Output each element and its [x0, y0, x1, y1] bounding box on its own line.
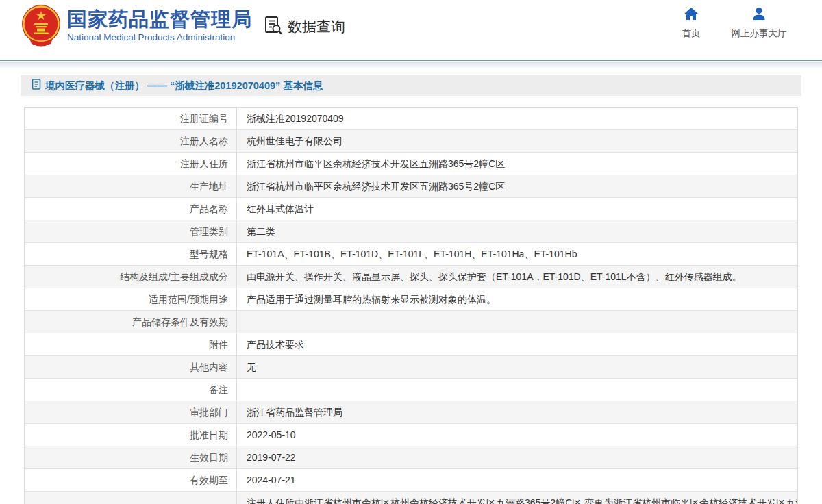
nav-home-label: 首页 — [682, 27, 701, 40]
row-value: 2024-07-21 — [237, 469, 797, 491]
registration-detail-table: 注册证编号 浙械注准20192070409 注册人名称 杭州世佳电子有限公司 注… — [24, 107, 798, 504]
row-value: 无 — [237, 356, 797, 378]
row-label: 审批部门 — [25, 401, 237, 423]
row-value — [237, 311, 797, 333]
row-label: 适用范围/预期用途 — [25, 288, 237, 310]
registration-table-body: 注册证编号 浙械注准20192070409 注册人名称 杭州世佳电子有限公司 注… — [25, 108, 797, 504]
row-value — [237, 379, 797, 401]
table-row: 管理类别 第二类 — [25, 220, 797, 243]
breadcrumb: 境内医疗器械（注册） —— “浙械注准20192070409” 基本信息 — [21, 75, 801, 96]
row-label: 生效日期 — [25, 446, 237, 468]
header-divider — [0, 62, 822, 68]
table-row: 产品储存条件及有效期 — [25, 311, 797, 333]
row-label: 管理类别 — [25, 220, 237, 242]
row-label: 批准日期 — [25, 424, 237, 446]
row-value: ET-101A、ET-101B、ET-101D、ET-101L、ET-101H、… — [237, 243, 797, 265]
row-label: 型号规格 — [25, 243, 237, 265]
row-value: 由电源开关、操作开关、液晶显示屏、探头、探头保护套（ET-101A，ET-101… — [237, 266, 797, 288]
table-row: 注册人住所由浙江省杭州市余杭区杭州余杭经济技术开发区五洲路365号2幢C区 变更… — [25, 492, 797, 504]
table-row: 产品名称 红外耳式体温计 — [25, 198, 797, 220]
row-label: 结构及组成/主要组成成分 — [25, 266, 237, 288]
org-name-cn: 国家药品监督管理局 — [67, 8, 252, 30]
page-title: 境内医疗器械（注册） —— “浙械注准20192070409” 基本信息 — [45, 79, 323, 92]
row-label: 注册人住所 — [25, 153, 237, 175]
row-label: 备注 — [25, 379, 237, 401]
nav-data-query-label: 数据查询 — [288, 17, 345, 36]
org-names: 国家药品监督管理局 National Medical Products Admi… — [67, 8, 252, 42]
row-value: 产品适用于通过测量耳腔的热辐射来显示被测对象的体温。 — [237, 288, 797, 310]
table-row: 结构及组成/主要组成成分 由电源开关、操作开关、液晶显示屏、探头、探头保护套（E… — [25, 266, 797, 288]
table-row: 其他内容 无 — [25, 356, 797, 379]
row-value: 产品技术要求 — [237, 333, 797, 355]
document-search-icon — [263, 15, 284, 38]
row-value: 红外耳式体温计 — [237, 198, 797, 220]
user-icon — [751, 7, 767, 23]
org-name-en: National Medical Products Administration — [67, 32, 252, 42]
row-label: 注册人名称 — [25, 130, 237, 152]
row-value: 第二类 — [237, 220, 797, 242]
row-label: 附件 — [25, 333, 237, 355]
table-row: 注册人住所 浙江省杭州市临平区余杭经济技术开发区五洲路365号2幢C区 — [25, 153, 797, 175]
table-row: 注册证编号 浙械注准20192070409 — [25, 108, 797, 130]
row-value: 浙械注准20192070409 — [237, 108, 797, 129]
table-row: 生效日期 2019-07-22 — [25, 446, 797, 469]
home-icon — [684, 7, 699, 23]
row-label: 产品名称 — [25, 198, 237, 220]
row-value: 浙江省杭州市临平区余杭经济技术开发区五洲路365号2幢C区 — [237, 153, 797, 175]
row-value: 2019-07-22 — [237, 446, 797, 468]
row-label: 注册证编号 — [25, 108, 237, 129]
document-icon — [32, 79, 41, 92]
row-value: 浙江省杭州市临平区余杭经济技术开发区五洲路365号2幢C区 — [237, 175, 797, 197]
row-value: 浙江省药品监督管理局 — [237, 401, 797, 423]
row-label — [25, 492, 237, 504]
row-value: 杭州世佳电子有限公司 — [237, 130, 797, 152]
row-label: 生产地址 — [25, 175, 237, 197]
row-label: 有效期至 — [25, 469, 237, 491]
national-emblem-logo-icon[interactable] — [18, 2, 64, 49]
table-row: 附件 产品技术要求 — [25, 333, 797, 356]
row-label: 其他内容 — [25, 356, 237, 378]
nav-service-hall-label: 网上办事大厅 — [732, 27, 787, 40]
table-row: 备注 — [25, 379, 797, 401]
table-row: 批准日期 2022-05-10 — [25, 424, 797, 446]
table-row: 生产地址 浙江省杭州市临平区余杭经济技术开发区五洲路365号2幢C区 — [25, 175, 797, 198]
row-value: 注册人住所由浙江省杭州市余杭区杭州余杭经济技术开发区五洲路365号2幢C区 变更… — [237, 492, 797, 504]
site-header: 国家药品监督管理局 National Medical Products Admi… — [0, 0, 822, 61]
row-value: 2022-05-10 — [237, 424, 797, 446]
row-label: 产品储存条件及有效期 — [25, 311, 237, 333]
table-row: 适用范围/预期用途 产品适用于通过测量耳腔的热辐射来显示被测对象的体温。 — [25, 288, 797, 311]
nav-data-query[interactable]: 数据查询 — [263, 15, 345, 38]
nav-service-hall[interactable]: 网上办事大厅 — [725, 7, 793, 40]
nav-home[interactable]: 首页 — [674, 7, 708, 40]
table-row: 审批部门 浙江省药品监督管理局 — [25, 401, 797, 424]
table-row: 注册人名称 杭州世佳电子有限公司 — [25, 130, 797, 153]
table-row: 型号规格 ET-101A、ET-101B、ET-101D、ET-101L、ET-… — [25, 243, 797, 266]
table-row: 有效期至 2024-07-21 — [25, 469, 797, 492]
